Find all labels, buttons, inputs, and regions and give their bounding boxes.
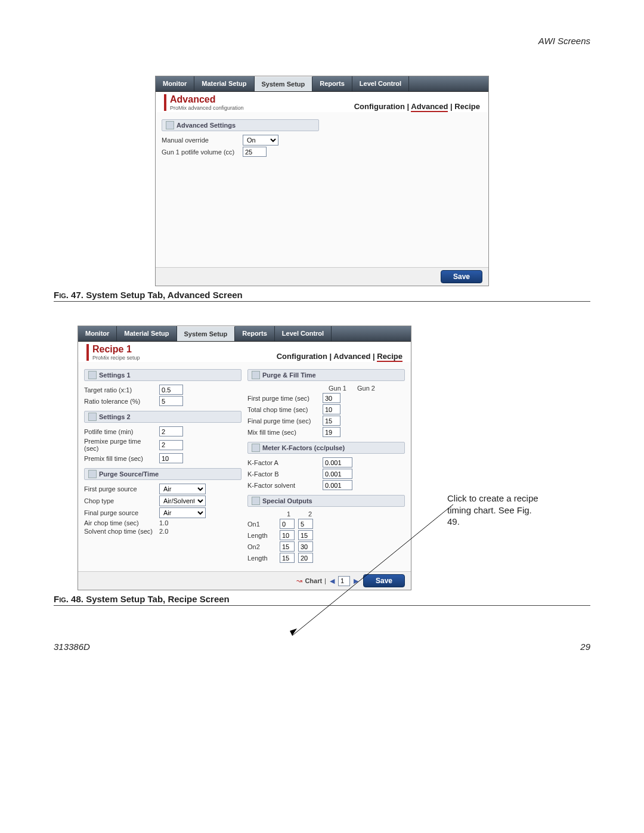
solvent-chop-value: 2.0 [159,528,168,535]
len2-label: Length [247,555,276,562]
breadcrumb: Configuration | Advanced | Recipe [354,102,480,111]
page-title: Recipe 1 [92,344,140,355]
kfactor-solvent-input[interactable] [323,480,352,490]
first-purge-src-select[interactable]: Air [159,484,206,494]
potlife-input[interactable] [159,426,183,436]
kfactor-b-label: K-Factor B [247,470,319,478]
len1-1-input[interactable] [280,530,295,540]
first-purge-time-input[interactable] [323,393,340,403]
chart-next-icon[interactable]: ▶ [352,577,360,585]
page-title: Advanced [170,94,244,105]
so-col1: 1 [280,510,298,518]
fig47-screenshot: Monitor Material Setup System Setup Repo… [155,76,489,286]
ratio-tol-label: Ratio tolerance (%) [84,398,156,405]
tab-bar: Monitor Material Setup System Setup Repo… [156,76,488,92]
chop-type-select[interactable]: Air/Solvent [159,496,206,506]
panel-kfactors: Meter K-Factors (cc/pulse) [247,442,405,454]
chop-type-label: Chop type [84,497,156,504]
on1-2-input[interactable] [298,519,313,529]
panel-settings1: Settings 1 [84,369,242,381]
kfactor-a-label: K-Factor A [247,459,319,466]
annotation-text: Click to create a recipe timing chart. S… [447,493,543,528]
panel-purge-source: Purge Source/Time [84,468,242,480]
page-header: AWI Screens [54,36,590,46]
panel-purge-fill: Purge & Fill Time [247,369,405,381]
gun1-potlife-label: Gun 1 potlife volume (cc) [162,148,239,156]
final-purge-src-label: Final purge source [84,509,156,516]
so-col2: 2 [301,510,319,518]
premix-fill-label: Premix fill time (sec) [84,455,156,462]
crumb-advanced[interactable]: Advanced [411,102,448,112]
page-subtitle: ProMix advanced configuration [170,105,244,111]
tab-material-setup[interactable]: Material Setup [117,326,177,341]
save-button[interactable]: Save [363,574,405,587]
on1-label: On1 [247,521,276,528]
tab-level-control[interactable]: Level Control [275,326,332,341]
len1-label: Length [247,532,276,539]
tab-level-control[interactable]: Level Control [352,76,409,91]
panel-special-outputs: Special Outputs [247,495,405,507]
on1-1-input[interactable] [280,519,295,529]
premix-purge-input[interactable] [159,440,183,450]
total-chop-time-label: Total chop time (sec) [247,406,319,413]
fig47-caption: Fig. 47. System Setup Tab, Advanced Scre… [54,290,590,300]
gun1-potlife-input[interactable] [243,147,267,157]
solvent-chop-label: Solvent chop time (sec) [84,528,156,535]
first-purge-src-label: First purge source [84,485,156,493]
ratio-tol-input[interactable] [159,396,183,406]
breadcrumb: Configuration | Advanced | Recipe [277,352,402,361]
kfactor-b-input[interactable] [323,469,352,479]
manual-override-label: Manual override [162,137,239,144]
tab-monitor[interactable]: Monitor [78,326,117,341]
panel-advanced-settings: Advanced Settings [162,119,319,131]
manual-override-select[interactable]: On [243,135,278,145]
footer-left: 313386D [54,642,90,652]
first-purge-time-label: First purge time (sec) [247,395,319,402]
mix-fill-time-input[interactable] [323,427,340,437]
chart-page-input[interactable] [338,576,350,586]
tab-monitor[interactable]: Monitor [156,76,194,91]
len1-2-input[interactable] [298,530,313,540]
target-ratio-label: Target ratio (x:1) [84,386,156,394]
tab-system-setup[interactable]: System Setup [177,326,236,341]
tab-reports[interactable]: Reports [235,326,275,341]
save-button[interactable]: Save [441,270,482,283]
chart-prev-icon[interactable]: ◀ [329,577,336,585]
tab-bar: Monitor Material Setup System Setup Repo… [78,326,411,342]
final-purge-src-select[interactable]: Air [159,507,206,518]
target-ratio-input[interactable] [159,385,183,395]
tab-reports[interactable]: Reports [312,76,352,91]
gun1-head: Gun 1 [329,385,346,392]
final-purge-time-label: Final purge time (sec) [247,417,319,425]
crumb-advanced[interactable]: Advanced [333,352,370,361]
len2-2-input[interactable] [298,553,313,563]
on2-label: On2 [247,543,276,550]
potlife-label: Potlife time (min) [84,428,156,435]
chart-icon: ↝ [296,577,302,585]
air-chop-label: Air chop time (sec) [84,519,156,527]
footer-right: 29 [580,642,590,652]
premix-purge-label: Premixe purge time (sec) [84,438,156,452]
on2-2-input[interactable] [298,541,313,552]
total-chop-time-input[interactable] [323,404,340,414]
final-purge-time-input[interactable] [323,416,340,426]
page-subtitle: ProMix recipe setup [92,355,140,361]
fig48-screenshot: Monitor Material Setup System Setup Repo… [78,326,411,590]
fig48-caption: Fig. 48. System Setup Tab, Recipe Screen [54,594,590,604]
crumb-recipe[interactable]: Recipe [454,102,480,111]
premix-fill-input[interactable] [159,453,183,463]
on2-1-input[interactable] [280,541,295,552]
svg-marker-1 [290,628,297,636]
kfactor-a-input[interactable] [323,457,352,467]
len2-1-input[interactable] [280,553,295,563]
crumb-configuration[interactable]: Configuration [354,102,405,111]
panel-settings2: Settings 2 [84,411,242,423]
mix-fill-time-label: Mix fill time (sec) [247,429,319,436]
air-chop-value: 1.0 [159,519,168,527]
chart-link[interactable]: ↝ Chart | ◀ ▶ [296,576,360,586]
kfactor-solvent-label: K-Factor solvent [247,482,319,489]
tab-system-setup[interactable]: System Setup [255,76,313,91]
crumb-configuration[interactable]: Configuration [277,352,327,361]
tab-material-setup[interactable]: Material Setup [194,76,254,91]
crumb-recipe[interactable]: Recipe [377,352,402,362]
